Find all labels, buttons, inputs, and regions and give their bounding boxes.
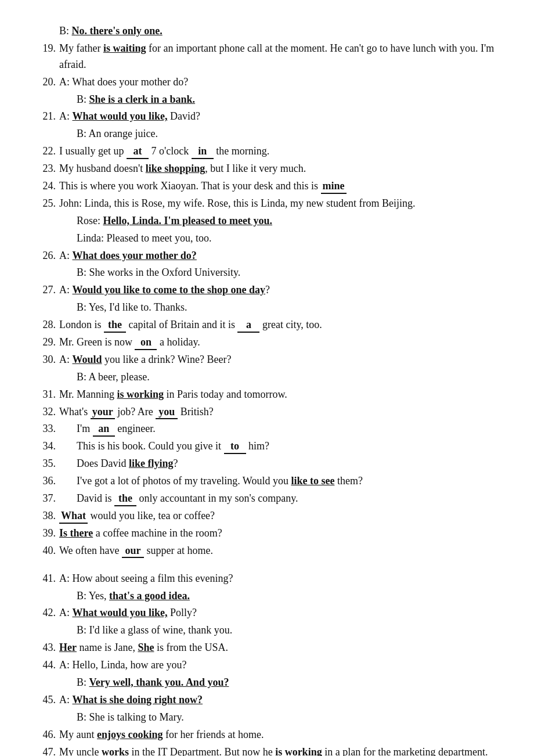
item-number: 22. bbox=[35, 143, 59, 160]
list-item: 34.This is his book. Could you give it t… bbox=[35, 438, 499, 455]
item-text: David is the only accountant in my son's… bbox=[59, 491, 499, 507]
list-item: B: She is a clerk in a bank. bbox=[35, 92, 499, 108]
list-item: 40.We often have our supper at home. bbox=[35, 543, 499, 559]
item-text: Does David like flying? bbox=[59, 456, 499, 472]
list-item: 36.I've got a lot of photos of my travel… bbox=[35, 473, 499, 489]
item-number bbox=[35, 710, 59, 726]
list-item: 39.Is there a coffee machine in the room… bbox=[35, 525, 499, 542]
item-text: B: Very well, thank you. And you? bbox=[59, 675, 499, 691]
list-item: 21.A: What would you like, David? bbox=[35, 109, 499, 125]
list-item: 33.I'm an engineer. bbox=[35, 421, 499, 437]
item-text: Mr. Green is now on a holiday. bbox=[59, 334, 499, 351]
item-number: 29. bbox=[35, 334, 59, 351]
item-text: A: What does your mother do? bbox=[59, 248, 499, 264]
item-text: A: What would you like, Polly? bbox=[59, 605, 499, 621]
list-item: 38.What would you like, tea or coffee? bbox=[35, 508, 499, 524]
item-number: 40. bbox=[35, 543, 59, 559]
list-item: 26.A: What does your mother do? bbox=[35, 248, 499, 264]
item-text: We often have our supper at home. bbox=[59, 543, 499, 559]
list-item: 44.A: Hello, Linda, how are you? bbox=[35, 657, 499, 674]
item-text: London is the capital of Britain and it … bbox=[59, 317, 499, 333]
item-number: 44. bbox=[35, 657, 59, 674]
item-number: 46. bbox=[35, 727, 59, 743]
item-text: B: She is talking to Mary. bbox=[59, 710, 499, 726]
exercise-content: B: No. there's only one.19.My father is … bbox=[35, 23, 499, 756]
item-number bbox=[35, 213, 59, 229]
item-text: I've got a lot of photos of my traveling… bbox=[59, 473, 499, 489]
item-number: 20. bbox=[35, 74, 59, 91]
item-text: A: Would you like to come to the shop on… bbox=[59, 282, 499, 298]
item-number: 42. bbox=[35, 605, 59, 621]
item-text: My father is waiting for an important ph… bbox=[59, 41, 499, 73]
item-number: 25. bbox=[35, 196, 59, 212]
list-item: 47.My uncle works in the IT Department. … bbox=[35, 744, 499, 756]
item-text: Mr. Manning is working in Paris today an… bbox=[59, 387, 499, 403]
list-item: B: A beer, please. bbox=[35, 369, 499, 386]
item-text: I'm an engineer. bbox=[59, 421, 499, 437]
item-number: 21. bbox=[35, 109, 59, 125]
item-number bbox=[35, 300, 59, 316]
item-text: B: Yes, that's a good idea. bbox=[59, 588, 499, 604]
list-item: Linda: Pleased to meet you, too. bbox=[35, 231, 499, 247]
list-item: 22.I usually get up at 7 o'clock in the … bbox=[35, 143, 499, 160]
list-item: 45.A: What is she doing right now? bbox=[35, 692, 499, 708]
list-item: 25.John: Linda, this is Rose, my wife. R… bbox=[35, 196, 499, 212]
item-number bbox=[35, 92, 59, 108]
list-item: B: I'd like a glass of wine, thank you. bbox=[35, 622, 499, 639]
item-number bbox=[35, 231, 59, 247]
item-number bbox=[35, 675, 59, 691]
item-number bbox=[35, 588, 59, 604]
item-number: 28. bbox=[35, 317, 59, 333]
item-number: 24. bbox=[35, 178, 59, 195]
item-number bbox=[35, 265, 59, 281]
list-item: 35.Does David like flying? bbox=[35, 456, 499, 472]
item-text: A: Hello, Linda, how are you? bbox=[59, 657, 499, 674]
item-text: My aunt enjoys cooking for her friends a… bbox=[59, 727, 499, 743]
item-text: A: Would you like a drink? Wine? Beer? bbox=[59, 352, 499, 368]
item-text: B: No. there's only one. bbox=[59, 23, 499, 39]
item-text: B: She works in the Oxford University. bbox=[59, 265, 499, 281]
item-text: B: A beer, please. bbox=[59, 369, 499, 386]
item-text: A: What does your mother do? bbox=[59, 74, 499, 91]
list-item: 30.A: Would you like a drink? Wine? Beer… bbox=[35, 352, 499, 368]
list-item: 32.What's your job? Are you British? bbox=[35, 404, 499, 420]
item-text: A: How about seeing a film this evening? bbox=[59, 571, 499, 587]
item-text: Rose: Hello, Linda. I'm pleased to meet … bbox=[59, 213, 499, 229]
list-item: 29.Mr. Green is now on a holiday. bbox=[35, 334, 499, 351]
list-item: 24.This is where you work Xiaoyan. That … bbox=[35, 178, 499, 195]
list-item: B: Very well, thank you. And you? bbox=[35, 675, 499, 691]
item-text: I usually get up at 7 o'clock in the mor… bbox=[59, 143, 499, 160]
item-number: 26. bbox=[35, 248, 59, 264]
item-number bbox=[35, 369, 59, 386]
item-number: 41. bbox=[35, 571, 59, 587]
list-item: 37.David is the only accountant in my so… bbox=[35, 491, 499, 507]
list-item: 23.My husband doesn't like shopping, but… bbox=[35, 161, 499, 177]
item-number: 33. bbox=[35, 421, 59, 437]
item-number bbox=[35, 622, 59, 639]
item-number: 30. bbox=[35, 352, 59, 368]
item-number: 35. bbox=[35, 456, 59, 472]
item-number: 37. bbox=[35, 491, 59, 507]
list-item: B: She is talking to Mary. bbox=[35, 710, 499, 726]
list-item: 41.A: How about seeing a film this eveni… bbox=[35, 571, 499, 587]
item-number: 36. bbox=[35, 473, 59, 489]
item-text: Her name is Jane, She is from the USA. bbox=[59, 640, 499, 656]
item-number: 45. bbox=[35, 692, 59, 708]
item-number: 38. bbox=[35, 508, 59, 524]
item-number: 43. bbox=[35, 640, 59, 656]
item-number: 47. bbox=[35, 744, 59, 756]
item-text: John: Linda, this is Rose, my wife. Rose… bbox=[59, 196, 499, 212]
list-item: 46.My aunt enjoys cooking for her friend… bbox=[35, 727, 499, 743]
item-text: B: Yes, I'd like to. Thanks. bbox=[59, 300, 499, 316]
list-item: B: Yes, I'd like to. Thanks. bbox=[35, 300, 499, 316]
item-text: My husband doesn't like shopping, but I … bbox=[59, 161, 499, 177]
item-text: What's your job? Are you British? bbox=[59, 404, 499, 420]
item-text: Is there a coffee machine in the room? bbox=[59, 525, 499, 542]
item-number: 19. bbox=[35, 41, 59, 73]
item-text: My uncle works in the IT Department. But… bbox=[59, 744, 499, 756]
list-item: Rose: Hello, Linda. I'm pleased to meet … bbox=[35, 213, 499, 229]
list-item: 43.Her name is Jane, She is from the USA… bbox=[35, 640, 499, 656]
item-text: Linda: Pleased to meet you, too. bbox=[59, 231, 499, 247]
list-item: B: She works in the Oxford University. bbox=[35, 265, 499, 281]
item-number: 31. bbox=[35, 387, 59, 403]
